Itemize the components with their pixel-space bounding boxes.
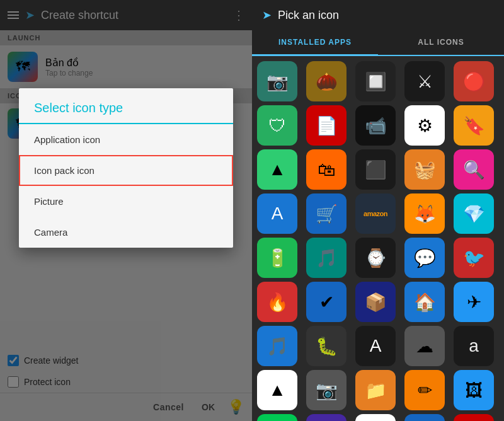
app-icon-cell[interactable]: 💎 <box>454 193 494 234</box>
app-icon-cell[interactable]: ✔ <box>306 282 346 322</box>
app-icon-cell[interactable]: 🧺 <box>404 149 445 190</box>
application-icon-option[interactable]: Application icon <box>19 124 233 155</box>
icon-type-dialog: Select icon type Application icon Icon p… <box>19 88 233 248</box>
app-icon-cell[interactable]: 🔍 <box>454 149 494 190</box>
app-icon-cell[interactable]: 📷 <box>306 370 346 410</box>
dialog-overlay: Select icon type Application icon Icon p… <box>0 0 252 421</box>
app-icon-cell[interactable]: 🔲 <box>355 61 396 101</box>
app-icon-cell[interactable]: 🎵 <box>306 238 346 278</box>
app-icon-cell[interactable]: ▲ <box>257 370 297 410</box>
app-icon-cell[interactable]: 🔴 <box>454 61 494 101</box>
app-icon-cell[interactable]: ▲ <box>257 149 297 190</box>
app-icon-cell[interactable]: ⚔ <box>404 61 445 101</box>
picture-option[interactable]: Picture <box>19 186 233 217</box>
app-icon-cell[interactable]: 📄 <box>306 105 346 146</box>
app-icon-cell[interactable]: 📷 <box>257 61 297 101</box>
app-icon-cell[interactable]: 🏠 <box>404 282 445 322</box>
app-icon-cell[interactable]: 🌰 <box>306 61 346 101</box>
app-icon-cell[interactable]: ☁ <box>404 414 445 421</box>
app-icon-cell[interactable]: A <box>257 193 297 234</box>
icon-pack-icon-option[interactable]: Icon pack icon <box>19 155 233 186</box>
app-icon-cell[interactable]: 🎵 <box>257 414 297 421</box>
app-icon-cell[interactable]: A <box>355 326 396 366</box>
app-icon-cell[interactable]: 📁 <box>355 370 396 410</box>
app-icon-cell[interactable]: 🐛 <box>306 326 346 366</box>
app-icon-cell[interactable]: 💬 <box>404 238 445 278</box>
app-icon-cell[interactable]: ✏ <box>404 370 445 410</box>
app-icon-cell[interactable]: ☁ <box>404 326 445 366</box>
left-panel: ➤ Create shortcut ⋮ LAUNCH 🗺 Bản đồ Tap … <box>0 0 252 421</box>
app-icon-cell[interactable]: ✈ <box>454 282 494 322</box>
tab-all-icons[interactable]: ALL ICONS <box>378 30 504 55</box>
app-icon-cell[interactable]: ⬛ <box>355 149 396 190</box>
app-icon-cell[interactable]: a <box>454 326 494 366</box>
app-icon-cell[interactable]: ⚙ <box>404 105 445 146</box>
app-icon-cell[interactable]: 🔋 <box>257 238 297 278</box>
app-icon-cell[interactable]: 📹 <box>355 105 396 146</box>
app-icon-cell[interactable]: 🐦 <box>454 238 494 278</box>
app-icon-cell[interactable]: 🛍 <box>306 149 346 190</box>
app-icon-cell[interactable]: 🛡 <box>257 105 297 146</box>
icons-grid: 📷🌰🔲⚔🔴🛡📄📹⚙🔖▲🛍⬛🧺🔍A🛒amazon🦊💎🔋🎵⌚💬🐦🔥✔📦🏠✈🎵🐛A☁a… <box>252 56 504 421</box>
pick-title: Pick an icon <box>278 9 494 22</box>
app-icon-cell[interactable]: 📦 <box>355 282 396 322</box>
app-icon-cell[interactable]: amazon <box>355 193 396 234</box>
app-icon-cell[interactable]: 💬 <box>306 414 346 421</box>
app-icon-cell[interactable]: 🎵 <box>257 326 297 366</box>
tabs-row: INSTALLED APPS ALL ICONS <box>252 30 504 56</box>
app-icon-cell[interactable]: 🖼 <box>454 370 494 410</box>
camera-option[interactable]: Camera <box>19 217 233 248</box>
right-panel: ➤ Pick an icon INSTALLED APPS ALL ICONS … <box>252 0 504 421</box>
tab-installed-apps[interactable]: INSTALLED APPS <box>252 30 378 56</box>
app-icon-cell[interactable]: ⌚ <box>355 238 396 278</box>
app-icon-cell[interactable]: 🦊 <box>404 193 445 234</box>
app-icon-cell[interactable]: 🔖 <box>454 105 494 146</box>
app-icon-cell[interactable]: ⚾ <box>454 414 494 421</box>
app-icon-cell[interactable]: 🗺 <box>355 414 396 421</box>
app-icon-cell[interactable]: 🛒 <box>306 193 346 234</box>
app-icon-cell[interactable]: 🔥 <box>257 282 297 322</box>
right-header: ➤ Pick an icon <box>252 0 504 30</box>
pick-arrow-icon: ➤ <box>262 8 272 22</box>
dialog-title: Select icon type <box>19 88 233 124</box>
